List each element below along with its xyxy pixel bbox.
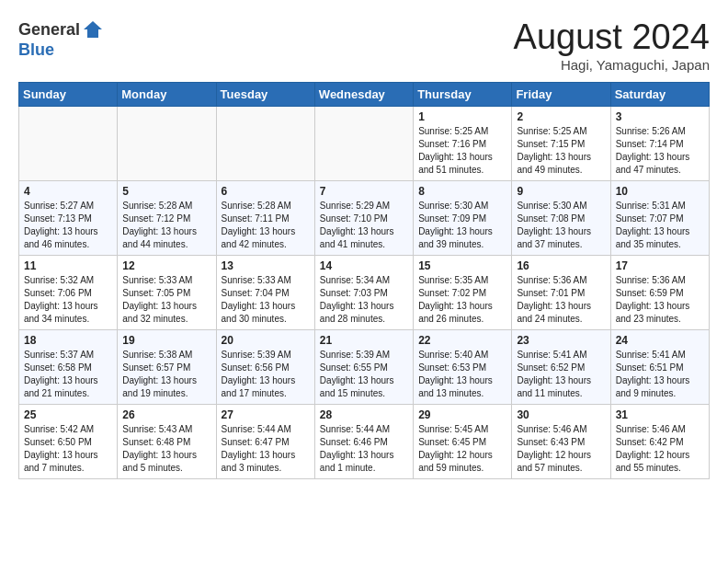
day-info: Sunrise: 5:26 AM Sunset: 7:14 PM Dayligh… — [616, 125, 704, 177]
day-number: 15 — [418, 259, 506, 272]
logo: General Blue — [18, 18, 104, 60]
weekday-header-tuesday: Tuesday — [216, 82, 314, 106]
day-info: Sunrise: 5:33 AM Sunset: 7:04 PM Dayligh… — [222, 274, 310, 326]
day-number: 13 — [222, 259, 310, 272]
day-number: 7 — [320, 185, 408, 198]
calendar-cell: 10Sunrise: 5:31 AM Sunset: 7:07 PM Dayli… — [610, 180, 709, 255]
day-info: Sunrise: 5:30 AM Sunset: 7:09 PM Dayligh… — [418, 200, 506, 251]
calendar-cell: 6Sunrise: 5:28 AM Sunset: 7:11 PM Daylig… — [216, 180, 314, 255]
day-info: Sunrise: 5:44 AM Sunset: 6:47 PM Dayligh… — [222, 423, 310, 475]
day-info: Sunrise: 5:44 AM Sunset: 6:46 PM Dayligh… — [320, 423, 408, 475]
week-row-1: 1Sunrise: 5:25 AM Sunset: 7:16 PM Daylig… — [19, 106, 710, 180]
svg-marker-0 — [84, 21, 102, 38]
day-number: 8 — [418, 185, 506, 198]
day-number: 29 — [418, 408, 506, 421]
weekday-header-friday: Friday — [512, 82, 610, 106]
day-number: 6 — [222, 185, 310, 198]
calendar-cell — [216, 106, 314, 180]
calendar-cell: 16Sunrise: 5:36 AM Sunset: 7:01 PM Dayli… — [512, 255, 610, 329]
calendar-cell: 17Sunrise: 5:36 AM Sunset: 6:59 PM Dayli… — [610, 255, 709, 329]
day-number: 14 — [320, 259, 408, 272]
calendar-cell: 26Sunrise: 5:43 AM Sunset: 6:48 PM Dayli… — [118, 404, 216, 478]
calendar-cell: 31Sunrise: 5:46 AM Sunset: 6:42 PM Dayli… — [610, 404, 709, 478]
calendar-cell: 2Sunrise: 5:25 AM Sunset: 7:15 PM Daylig… — [512, 106, 610, 180]
weekday-header-thursday: Thursday — [414, 82, 512, 106]
day-number: 31 — [616, 408, 704, 421]
weekday-header-row: SundayMondayTuesdayWednesdayThursdayFrid… — [19, 82, 710, 106]
calendar-cell: 22Sunrise: 5:40 AM Sunset: 6:53 PM Dayli… — [414, 329, 512, 404]
day-number: 11 — [24, 259, 112, 272]
calendar-cell: 19Sunrise: 5:38 AM Sunset: 6:57 PM Dayli… — [118, 329, 216, 404]
day-number: 20 — [222, 334, 310, 347]
weekday-header-saturday: Saturday — [610, 82, 709, 106]
calendar-cell: 9Sunrise: 5:30 AM Sunset: 7:08 PM Daylig… — [512, 180, 610, 255]
day-info: Sunrise: 5:45 AM Sunset: 6:45 PM Dayligh… — [418, 423, 506, 475]
day-number: 18 — [24, 334, 112, 347]
calendar-cell: 23Sunrise: 5:41 AM Sunset: 6:52 PM Dayli… — [512, 329, 610, 404]
day-number: 23 — [517, 334, 605, 347]
day-number: 24 — [616, 334, 704, 347]
calendar-cell: 5Sunrise: 5:28 AM Sunset: 7:12 PM Daylig… — [118, 180, 216, 255]
logo-icon — [82, 18, 104, 40]
day-info: Sunrise: 5:39 AM Sunset: 6:56 PM Dayligh… — [222, 349, 310, 400]
day-info: Sunrise: 5:41 AM Sunset: 6:52 PM Dayligh… — [517, 349, 605, 400]
page-header: General Blue August 2024 Hagi, Yamaguchi… — [18, 18, 710, 73]
month-title: August 2024 — [514, 18, 710, 57]
calendar-cell: 27Sunrise: 5:44 AM Sunset: 6:47 PM Dayli… — [216, 404, 314, 478]
day-number: 1 — [418, 110, 506, 123]
week-row-4: 18Sunrise: 5:37 AM Sunset: 6:58 PM Dayli… — [19, 329, 710, 404]
calendar-cell: 18Sunrise: 5:37 AM Sunset: 6:58 PM Dayli… — [19, 329, 118, 404]
week-row-5: 25Sunrise: 5:42 AM Sunset: 6:50 PM Dayli… — [19, 404, 710, 478]
day-number: 21 — [320, 334, 408, 347]
day-info: Sunrise: 5:34 AM Sunset: 7:03 PM Dayligh… — [320, 274, 408, 326]
calendar-cell: 1Sunrise: 5:25 AM Sunset: 7:16 PM Daylig… — [414, 106, 512, 180]
calendar-cell — [19, 106, 118, 180]
day-number: 27 — [222, 408, 310, 421]
calendar-cell: 13Sunrise: 5:33 AM Sunset: 7:04 PM Dayli… — [216, 255, 314, 329]
day-info: Sunrise: 5:41 AM Sunset: 6:51 PM Dayligh… — [616, 349, 704, 400]
day-number: 22 — [418, 334, 506, 347]
calendar-cell: 12Sunrise: 5:33 AM Sunset: 7:05 PM Dayli… — [118, 255, 216, 329]
day-info: Sunrise: 5:46 AM Sunset: 6:42 PM Dayligh… — [616, 423, 704, 475]
calendar-cell: 25Sunrise: 5:42 AM Sunset: 6:50 PM Dayli… — [19, 404, 118, 478]
day-number: 17 — [616, 259, 704, 272]
calendar-cell: 24Sunrise: 5:41 AM Sunset: 6:51 PM Dayli… — [610, 329, 709, 404]
day-info: Sunrise: 5:37 AM Sunset: 6:58 PM Dayligh… — [24, 349, 112, 400]
day-number: 25 — [24, 408, 112, 421]
day-info: Sunrise: 5:29 AM Sunset: 7:10 PM Dayligh… — [320, 200, 408, 251]
day-number: 9 — [517, 185, 605, 198]
logo-general-text: General — [18, 20, 80, 40]
title-block: August 2024 Hagi, Yamaguchi, Japan — [514, 18, 710, 73]
day-info: Sunrise: 5:36 AM Sunset: 7:01 PM Dayligh… — [517, 274, 605, 326]
day-number: 3 — [616, 110, 704, 123]
day-info: Sunrise: 5:36 AM Sunset: 6:59 PM Dayligh… — [616, 274, 704, 326]
weekday-header-wednesday: Wednesday — [314, 82, 413, 106]
day-info: Sunrise: 5:33 AM Sunset: 7:05 PM Dayligh… — [122, 274, 210, 326]
week-row-3: 11Sunrise: 5:32 AM Sunset: 7:06 PM Dayli… — [19, 255, 710, 329]
day-number: 4 — [24, 185, 112, 198]
day-info: Sunrise: 5:25 AM Sunset: 7:15 PM Dayligh… — [517, 125, 605, 177]
logo-blue-text: Blue — [18, 40, 54, 60]
day-number: 2 — [517, 110, 605, 123]
calendar-cell: 3Sunrise: 5:26 AM Sunset: 7:14 PM Daylig… — [610, 106, 709, 180]
day-number: 16 — [517, 259, 605, 272]
day-info: Sunrise: 5:28 AM Sunset: 7:11 PM Dayligh… — [222, 200, 310, 251]
day-info: Sunrise: 5:28 AM Sunset: 7:12 PM Dayligh… — [122, 200, 210, 251]
day-number: 5 — [122, 185, 210, 198]
day-info: Sunrise: 5:35 AM Sunset: 7:02 PM Dayligh… — [418, 274, 506, 326]
day-info: Sunrise: 5:46 AM Sunset: 6:43 PM Dayligh… — [517, 423, 605, 475]
weekday-header-sunday: Sunday — [19, 82, 118, 106]
day-info: Sunrise: 5:25 AM Sunset: 7:16 PM Dayligh… — [418, 125, 506, 177]
calendar-cell: 8Sunrise: 5:30 AM Sunset: 7:09 PM Daylig… — [414, 180, 512, 255]
calendar-cell: 30Sunrise: 5:46 AM Sunset: 6:43 PM Dayli… — [512, 404, 610, 478]
calendar-cell — [118, 106, 216, 180]
day-number: 28 — [320, 408, 408, 421]
calendar-cell: 11Sunrise: 5:32 AM Sunset: 7:06 PM Dayli… — [19, 255, 118, 329]
location: Hagi, Yamaguchi, Japan — [514, 57, 710, 73]
day-info: Sunrise: 5:39 AM Sunset: 6:55 PM Dayligh… — [320, 349, 408, 400]
day-info: Sunrise: 5:30 AM Sunset: 7:08 PM Dayligh… — [517, 200, 605, 251]
day-number: 19 — [122, 334, 210, 347]
day-info: Sunrise: 5:32 AM Sunset: 7:06 PM Dayligh… — [24, 274, 112, 326]
day-info: Sunrise: 5:38 AM Sunset: 6:57 PM Dayligh… — [122, 349, 210, 400]
calendar-cell: 29Sunrise: 5:45 AM Sunset: 6:45 PM Dayli… — [414, 404, 512, 478]
